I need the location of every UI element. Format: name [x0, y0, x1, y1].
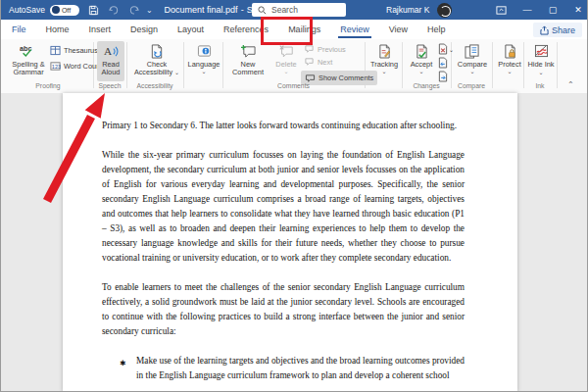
previous-comment-icon — [304, 44, 315, 54]
document-area: Primary 1 to Secondary 6. The latter loo… — [1, 93, 588, 392]
spelling-grammar-icon: abc — [20, 43, 37, 59]
protect-icon — [504, 43, 516, 59]
word-count-icon: 123 — [50, 61, 61, 72]
delete-caret-icon: ⌄ — [283, 70, 288, 74]
share-button[interactable]: Share — [533, 23, 582, 37]
protect-caret-icon: ⌄ — [507, 70, 512, 74]
minimize-button[interactable]: — — [514, 0, 540, 20]
next-comment-button[interactable]: Next — [304, 57, 332, 67]
paragraph: To enable learners to meet the challenge… — [102, 280, 465, 339]
autosave-toggle[interactable]: Off — [50, 5, 79, 16]
tab-view[interactable]: View — [379, 20, 417, 39]
delete-comment-icon — [278, 43, 294, 59]
ribbon: abc Spelling & Grammar Thesaurus 123 Wor… — [1, 39, 588, 94]
previous-change-icon — [438, 57, 448, 69]
spelling-grammar-button[interactable]: abc Spelling & Grammar — [7, 41, 50, 81]
tab-review[interactable]: Review — [330, 20, 379, 39]
delete-comment-button[interactable]: Delete ⌄ — [270, 41, 302, 81]
redo-icon[interactable] — [128, 5, 140, 16]
share-icon — [540, 25, 552, 35]
group-label-accessibility: Accessibility — [126, 82, 183, 89]
search-placeholder: Search — [271, 5, 298, 15]
tab-design[interactable]: Design — [121, 20, 168, 39]
language-icon — [197, 43, 212, 59]
search-input[interactable]: Search — [252, 3, 346, 17]
svg-text:123: 123 — [52, 64, 61, 70]
bullet-marker: ✱ — [120, 354, 136, 383]
svg-text:A: A — [104, 45, 112, 57]
hide-ink-caret-icon: ⌄ — [538, 70, 543, 75]
search-icon — [258, 6, 267, 15]
tracking-icon — [378, 43, 391, 59]
autosave-toggle-knob — [52, 6, 60, 14]
language-caret-icon: ⌄ — [201, 70, 206, 74]
accept-caret-icon: ⌄ — [418, 70, 423, 74]
quick-access-caret-icon[interactable]: ⌄ — [146, 6, 153, 15]
close-button[interactable]: ✕ — [565, 0, 588, 20]
bullet-text: Make use of the learning targets and obj… — [136, 354, 465, 383]
group-divider — [557, 42, 558, 88]
group-divider — [402, 42, 403, 88]
check-accessibility-button[interactable]: Check Accessibility ⌄ — [130, 41, 183, 81]
group-label-proofing: Proofing — [5, 82, 91, 89]
group-divider — [126, 42, 127, 88]
tab-help[interactable]: Help — [417, 20, 456, 39]
word-window: AutoSave Off ⌄ Document final.pdf-Saved⌄… — [0, 0, 588, 392]
word-count-button[interactable]: 123 Word Count — [50, 61, 102, 72]
ribbon-display-options-icon[interactable] — [488, 0, 514, 20]
undo-icon[interactable] — [108, 5, 120, 16]
accept-icon — [416, 43, 428, 59]
avatar — [437, 3, 452, 18]
title-bar: AutoSave Off ⌄ Document final.pdf-Saved⌄… — [1, 0, 588, 20]
group-divider — [523, 42, 524, 88]
next-comment-icon — [304, 57, 315, 67]
user-name: Rajkumar K — [386, 5, 429, 15]
read-aloud-icon: A — [103, 43, 120, 59]
paragraph: While the six-year primary curriculum fo… — [102, 148, 465, 266]
compare-button[interactable]: Compare ⌄ — [455, 41, 490, 81]
document-page[interactable]: Primary 1 to Secondary 6. The latter loo… — [63, 93, 517, 392]
language-button[interactable]: Language ⌄ — [186, 41, 221, 81]
maximize-button[interactable]: ▢ — [540, 0, 565, 20]
thesaurus-icon — [50, 45, 61, 56]
paragraph: Primary 1 to Secondary 6. The latter loo… — [102, 119, 465, 133]
reject-button[interactable]: ⌄ — [438, 43, 454, 55]
account-button[interactable]: Rajkumar K — [386, 0, 452, 20]
new-comment-button[interactable]: New Comment — [227, 41, 269, 81]
protect-button[interactable]: Protect ⌄ — [496, 41, 523, 81]
collapse-ribbon-icon[interactable]: ⌃ — [567, 80, 574, 89]
tab-references[interactable]: References — [214, 20, 278, 39]
tab-file[interactable]: File — [1, 20, 36, 39]
previous-change-button[interactable] — [438, 57, 448, 69]
tab-mailings[interactable]: Mailings — [278, 20, 330, 39]
document-text: Primary 1 to Secondary 6. The latter loo… — [102, 119, 465, 383]
next-change-button[interactable] — [438, 71, 448, 82]
tab-home[interactable]: Home — [36, 20, 79, 39]
group-label-comments: Comments — [222, 82, 365, 89]
autosave-state: Off — [62, 7, 71, 14]
previous-comment-button[interactable]: Previous — [304, 44, 346, 54]
compare-caret-icon: ⌄ — [469, 70, 474, 74]
autosave-label: AutoSave — [9, 5, 45, 15]
reject-icon — [438, 43, 448, 55]
tab-insert[interactable]: Insert — [79, 20, 122, 39]
compare-icon — [465, 43, 480, 59]
accept-button[interactable]: Accept ⌄ — [406, 41, 437, 81]
tracking-button[interactable]: Tracking ⌄ — [368, 41, 401, 81]
group-label-compare: Compare — [451, 82, 492, 89]
hide-ink-button[interactable]: Hide Ink ⌄ — [527, 41, 555, 81]
reject-caret-icon: ⌄ — [449, 46, 454, 53]
thesaurus-button[interactable]: Thesaurus — [50, 45, 98, 56]
check-accessibility-icon — [150, 43, 164, 59]
read-aloud-button[interactable]: A Read Aloud — [97, 41, 124, 81]
group-label-changes: Changes — [402, 82, 451, 89]
group-label-speech: Speech — [93, 82, 126, 89]
group-divider — [222, 42, 223, 88]
check-accessibility-caret-icon: ⌄ — [174, 70, 179, 75]
group-divider — [492, 42, 493, 88]
next-change-icon — [438, 71, 448, 82]
tab-layout[interactable]: Layout — [168, 20, 214, 39]
save-icon[interactable] — [88, 5, 99, 16]
hide-ink-icon — [534, 43, 549, 59]
tracking-caret-icon: ⌄ — [381, 70, 386, 74]
